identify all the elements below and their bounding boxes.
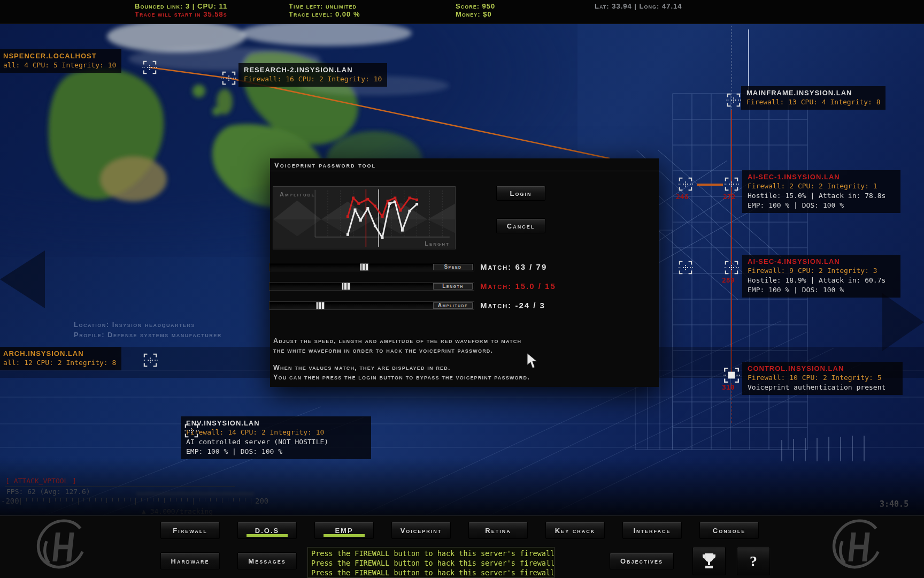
target-crosshair-icon[interactable] xyxy=(142,60,157,75)
emp-button[interactable]: EMP xyxy=(314,522,374,539)
node-info: all: 4 CPU: 5 Integrity: 10 xyxy=(3,60,116,70)
trace-count-badge: 310 xyxy=(722,383,734,391)
target-crosshair-icon[interactable] xyxy=(221,71,236,86)
node-title: MAINFRAME.INSYSION.LAN xyxy=(746,88,880,97)
voiceprint-button[interactable]: Voiceprint xyxy=(391,522,451,539)
node-control[interactable]: CONTROL.INSYSION.LAN Firewall: 10 CPU: 2… xyxy=(742,362,903,395)
target-crosshair-icon[interactable] xyxy=(726,93,741,108)
console-line: Press the FIREWALL button to hack this s… xyxy=(311,549,551,558)
lat-long: Lat: 33.94 | Long: 47.14 xyxy=(595,2,682,10)
hint-console[interactable]: Press the FIREWALL button to hack this s… xyxy=(307,547,555,578)
voiceprint-password-dialog: Voiceprint password tool Amplitude Lengh… xyxy=(270,158,659,387)
node-title: CONTROL.INSYSION.LAN xyxy=(748,364,897,373)
node-env[interactable]: ENV.INSYSION.LAN Firewall: 14 CPU: 2 Int… xyxy=(181,416,371,459)
target-crosshair-icon[interactable] xyxy=(184,423,199,438)
length-slider[interactable]: Length xyxy=(269,282,474,291)
trace-warning: Trace will start in 35.58s xyxy=(135,10,227,18)
active-progress-bar xyxy=(247,534,287,537)
pan-left-chevron-icon xyxy=(0,250,45,308)
amplitude-match-value: Match: -24 / 3 xyxy=(480,301,582,310)
mouse-cursor-icon xyxy=(526,353,538,369)
node-info: Firewall: 14 CPU: 2 Integrity: 10 xyxy=(186,428,366,437)
money: Money: $0 xyxy=(456,10,495,18)
node-arch[interactable]: ARCH.INSYSION.LAN all: 12 CPU: 2 Integri… xyxy=(0,347,121,370)
target-crosshair-icon[interactable] xyxy=(143,353,158,368)
node-info: EMP: 100 % | DOS: 100 % xyxy=(748,201,895,210)
node-aisec4[interactable]: AI-SEC-4.INSYSION.LAN Firewall: 9 CPU: 2… xyxy=(742,255,900,298)
time-left: Time left: unlimited xyxy=(289,2,360,10)
dialog-title: Voiceprint password tool xyxy=(274,161,376,169)
profile-text: Profile: Defense systems manufacturer xyxy=(74,330,222,340)
game-logo-icon xyxy=(828,518,894,576)
length-slider-thumb[interactable] xyxy=(342,283,350,290)
bounced-link-cpu: Bounced link: 3 | CPU: 11 xyxy=(135,2,227,10)
decor-upper-band xyxy=(273,201,455,219)
node-info: all: 12 CPU: 2 Integrity: 8 xyxy=(3,358,116,368)
trace-count-badge: 289 xyxy=(722,276,734,284)
console-button[interactable]: Console xyxy=(699,522,759,539)
node-title: AI-SEC-4.INSYSION.LAN xyxy=(748,257,895,266)
node-info: Firewall: 13 CPU: 4 Integrity: 8 xyxy=(746,97,880,107)
node-title: AI-SEC-1.INSYSION.LAN xyxy=(748,172,895,181)
pan-right-chevron-icon xyxy=(882,293,924,351)
trace-count-badge: 246 xyxy=(676,193,688,201)
length-axis-label: Lenght xyxy=(425,240,450,247)
hud-top-bar: Bounced link: 3 | CPU: 11 Trace will sta… xyxy=(0,0,924,24)
firewall-button[interactable]: Firewall xyxy=(160,522,220,539)
active-progress-bar xyxy=(324,534,364,537)
node-title: RESEARCH-2.INSYSION.LAN xyxy=(244,65,382,74)
node-info: Voiceprint authentication present xyxy=(748,383,897,392)
node-mainframe[interactable]: MAINFRAME.INSYSION.LAN Firewall: 13 CPU:… xyxy=(741,86,886,110)
hardware-button[interactable]: Hardware xyxy=(160,552,220,569)
node-aisec1[interactable]: AI-SEC-1.INSYSION.LAN Firewall: 2 CPU: 2… xyxy=(742,170,900,213)
cancel-button[interactable]: Cancel xyxy=(496,218,545,233)
trophy-icon xyxy=(702,552,716,571)
length-slider-label: Length xyxy=(433,283,473,290)
node-info: Firewall: 16 CPU: 2 Integrity: 10 xyxy=(244,74,382,84)
node-info: Hostile: 18.9% | Attack in: 60.7s xyxy=(748,276,895,285)
trace-count-badge: 272 xyxy=(723,193,735,201)
target-crosshair-icon[interactable] xyxy=(724,260,739,275)
question-mark-icon: ? xyxy=(750,553,757,570)
speed-slider-thumb[interactable] xyxy=(360,263,368,271)
location-overlay: Location: Insysion headquarters Profile:… xyxy=(74,320,222,340)
amplitude-slider-thumb[interactable] xyxy=(316,302,325,309)
bottom-fade xyxy=(0,458,924,516)
target-crosshair-icon[interactable] xyxy=(678,260,693,275)
selected-target-crosshair-icon[interactable] xyxy=(723,367,740,384)
speed-match-value: Match: 63 / 79 xyxy=(480,262,582,271)
dialog-title-rule xyxy=(270,171,659,171)
interface-button[interactable]: Interface xyxy=(622,522,682,539)
amplitude-slider[interactable]: Amplitude xyxy=(269,301,474,310)
node-info: AI controlled server (NOT HOSTILE) xyxy=(186,437,366,447)
console-line: Press the FIREWALL button to hack this s… xyxy=(311,558,551,568)
speed-slider[interactable]: Speed xyxy=(269,263,474,271)
retina-button[interactable]: Retina xyxy=(468,522,528,539)
achievements-button[interactable] xyxy=(692,547,726,575)
help-button[interactable]: ? xyxy=(737,547,770,575)
objectives-button[interactable]: Objectives xyxy=(610,553,674,569)
instructions-line: You can then press the login button to b… xyxy=(273,374,530,381)
messages-button[interactable]: Messages xyxy=(237,552,297,569)
node-info: EMP: 100 % | DOS: 100 % xyxy=(186,447,366,457)
toolbar-row-2: Hardware Messages xyxy=(160,552,297,569)
score: Score: 950 xyxy=(456,2,495,10)
decor-lower-band xyxy=(273,219,455,236)
target-crosshair-icon[interactable] xyxy=(724,177,739,192)
instructions-line: Adjust the speed, length and amplitude o… xyxy=(273,337,521,345)
trace-level: Trace level: 0.00 % xyxy=(289,10,360,18)
node-info: Hostile: 15.0% | Attack in: 78.8s xyxy=(748,191,895,201)
amplitude-slider-label: Amplitude xyxy=(433,302,473,309)
target-crosshair-icon[interactable] xyxy=(678,177,693,192)
game-logo-icon xyxy=(32,518,98,576)
node-title: NSPENCER.LOCALHOST xyxy=(3,51,116,60)
toolbar-row-1: Firewall D.O.S EMP Voiceprint Retina Key… xyxy=(160,522,759,539)
node-info: Firewall: 10 CPU: 2 Integrity: 5 xyxy=(748,373,897,383)
node-spencer[interactable]: NSPENCER.LOCALHOST all: 4 CPU: 5 Integri… xyxy=(0,49,121,73)
node-research2[interactable]: RESEARCH-2.INSYSION.LAN Firewall: 16 CPU… xyxy=(238,63,387,87)
login-button[interactable]: Login xyxy=(496,186,545,201)
game-screen: Location: Insysion headquarters Profile:… xyxy=(0,0,924,578)
dos-button[interactable]: D.O.S xyxy=(237,522,297,539)
key-crack-button[interactable]: Key crack xyxy=(545,522,605,539)
node-title: ENV.INSYSION.LAN xyxy=(186,419,366,428)
